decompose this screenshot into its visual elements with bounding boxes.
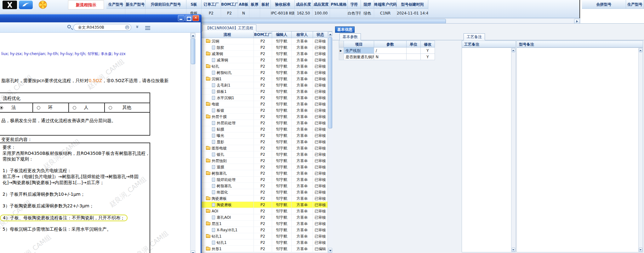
process-row[interactable]: 镀孔P2邹宇航方喜幸已审核 <box>201 151 328 158</box>
process-row[interactable]: 曝光P2邹宇航方喜幸已审核 <box>201 132 328 139</box>
column-header[interactable]: 流程 <box>201 31 254 38</box>
app-logo-x-icon[interactable] <box>3 1 17 9</box>
document-vertical-scrollbar[interactable] <box>190 33 196 253</box>
column-header[interactable]: 板厚 <box>249 0 260 9</box>
list-view-icon[interactable] <box>145 26 150 27</box>
column-header[interactable]: PNL规格 <box>330 0 348 9</box>
column-header[interactable]: 成品长度 <box>295 0 312 9</box>
process-row[interactable]: 烘板1P2邹宇航方喜幸已审核 <box>201 88 328 95</box>
process-row[interactable]: 外层蚀刻P2邹宇航方喜幸已审核 <box>201 158 328 164</box>
column-header[interactable]: BOM工厂 <box>254 31 272 38</box>
scroll-down-icon[interactable] <box>328 248 332 253</box>
process-row[interactable]: 树脂塞孔P2邹宇航方喜幸已审核 <box>201 170 328 177</box>
process-row[interactable]: 除胶P2邹宇航方喜幸已审核 <box>201 44 328 51</box>
process-row[interactable]: 板镀P2邹宇航方喜幸已审核 <box>201 107 328 114</box>
process-row[interactable]: 沉铜P2邹宇航方喜幸已审核 <box>201 38 328 44</box>
column-header[interactable]: 终端客户代码 <box>374 0 397 9</box>
process-row[interactable]: 钻孔1P2邹宇航方喜幸已审核 <box>201 233 328 239</box>
bird-app-icon[interactable] <box>19 1 33 9</box>
process-row[interactable]: 陶瓷磨板P2邹宇航方喜幸已审核 <box>201 202 328 208</box>
column-header[interactable]: 参数 <box>374 41 407 48</box>
param-row[interactable]: 是否测量通孔铜厚NY <box>339 54 435 60</box>
column-header[interactable]: 项目 <box>344 41 374 48</box>
window-titlebar[interactable] <box>0 14 202 22</box>
column-header[interactable]: S板 <box>186 0 202 9</box>
column-header[interactable]: 订单工厂 <box>202 0 221 9</box>
notes-vertical-scrollbar[interactable] <box>511 48 516 252</box>
double-chevron-down-icon[interactable]: » <box>136 24 142 30</box>
clear-search-icon[interactable] <box>125 25 129 30</box>
notes-vertical-scrollbar[interactable] <box>638 48 643 252</box>
radio-option[interactable]: 环 <box>33 103 69 112</box>
scroll-down-icon[interactable] <box>191 250 195 253</box>
column-header[interactable]: 编辑人 <box>272 31 292 38</box>
scroll-up-icon[interactable] <box>328 32 332 37</box>
column-header[interactable]: 核审人 <box>292 31 313 38</box>
column-header[interactable]: 型号创建时间 <box>397 0 428 9</box>
radio-icon[interactable] <box>109 106 112 110</box>
column-header[interactable]: BOM工厂 <box>221 0 238 9</box>
column-header[interactable]: 单位 <box>407 41 421 48</box>
process-row[interactable]: 电镀P2邹宇航方喜幸已审核 <box>201 101 328 107</box>
column-header[interactable]: 阻焊 <box>361 0 374 9</box>
process-row[interactable]: AOIP2邹宇航方喜幸已审核 <box>201 208 328 214</box>
process-row[interactable]: 层压1P2邹宇航方喜幸已审核 <box>201 221 328 227</box>
new-flow-indicator[interactable]: 新流程指示 <box>68 0 104 9</box>
column-header[interactable]: 修改 <box>421 41 435 48</box>
column-header[interactable]: AB板 <box>238 0 249 9</box>
shell-app-icon[interactable] <box>35 1 50 9</box>
param-row[interactable]: ▶生产线别/Y <box>339 48 435 54</box>
close-button[interactable] <box>192 15 199 21</box>
column-header[interactable]: 板材 <box>260 0 271 9</box>
process-row[interactable]: 终固化P2邹宇航方喜幸已审核 <box>201 189 328 195</box>
process-row[interactable]: 水平沉铜1P2邹宇航方喜幸已审核 <box>201 95 328 101</box>
column-header[interactable]: 状态 <box>313 31 328 38</box>
scroll-up-icon[interactable] <box>191 33 195 38</box>
column-header[interactable]: 生产型号 <box>626 0 644 9</box>
scroll-up-icon[interactable] <box>512 48 515 52</box>
radio-option[interactable]: 人 <box>69 103 105 112</box>
radio-option[interactable]: 其他 <box>105 103 150 112</box>
column-header[interactable]: 升级前旧生产型号 <box>145 0 186 9</box>
process-vertical-scrollbar[interactable] <box>328 31 333 253</box>
scroll-down-icon[interactable] <box>512 248 515 252</box>
process-row[interactable]: 外层干膜P2邹宇航方喜幸已审核 <box>201 114 328 120</box>
radio-icon[interactable] <box>0 106 3 110</box>
tab-basic-params[interactable]: 基本参数 <box>339 33 361 40</box>
process-row[interactable]: 塞孔AOIP2邹宇航方喜幸已审核 <box>201 214 328 221</box>
param-value-cell[interactable]: N <box>374 54 407 60</box>
scroll-up-icon[interactable] <box>639 48 642 52</box>
scrollbar-thumb[interactable] <box>328 37 332 128</box>
tab-process-flow[interactable]: 【8C1NR003A0】工艺流程 <box>202 25 256 31</box>
process-row[interactable]: 外形1P2邹宇航方喜幸已编辑 <box>201 246 328 252</box>
maximize-button[interactable] <box>185 15 192 21</box>
process-row[interactable]: 陶瓷磨板P2邹宇航方喜幸已审核 <box>201 195 328 202</box>
process-row[interactable]: 外层前处理P2邹宇航方喜幸已审核 <box>201 120 328 126</box>
process-row[interactable]: 减薄铜P2邹宇航方喜幸已审核 <box>201 57 328 63</box>
column-header[interactable]: 合拼型号 <box>582 0 626 9</box>
column-header[interactable]: 新生产型号 <box>125 0 145 9</box>
recipient-links[interactable]: liux; hy-zsx; hy-chenjian; hy-tlh; hy-li… <box>1 52 126 56</box>
process-row[interactable]: 图形电镀P2邹宇航方喜幸已审核 <box>201 145 328 151</box>
process-row[interactable]: X-Ray冲孔1P2邹宇航方喜幸已审核 <box>201 227 328 233</box>
column-header[interactable]: 生产型号 <box>106 0 125 9</box>
process-row[interactable]: 树脂塞孔P2邹宇航方喜幸已审核 <box>201 183 328 189</box>
radio-icon[interactable] <box>73 106 76 110</box>
radio-option[interactable]: 法 <box>0 103 33 112</box>
column-header[interactable]: 字符 <box>348 0 361 9</box>
process-row[interactable]: 退膜P2邹宇航方喜幸已审核 <box>201 164 328 170</box>
param-value-cell[interactable]: / <box>374 48 407 54</box>
process-row[interactable]: 树脂钻孔P2邹宇航方喜幸已审核 <box>201 70 328 76</box>
process-row[interactable]: 显影P2邹宇航方喜幸已审核 <box>201 139 328 145</box>
scroll-right-icon[interactable] <box>574 19 580 24</box>
column-header[interactable]: 验收标准 <box>271 0 295 9</box>
process-row[interactable]: 减薄铜P2邹宇航方喜幸已审核 <box>201 51 328 57</box>
model-notes-pane[interactable] <box>516 48 643 252</box>
search-input[interactable]: 全文:R04350B <box>73 24 131 31</box>
minimize-button[interactable] <box>178 15 185 21</box>
radio-icon[interactable] <box>37 106 40 110</box>
process-row[interactable]: 沉铜1P2邹宇航方喜幸已审核 <box>201 76 328 82</box>
process-notes-pane[interactable] <box>462 48 516 252</box>
process-row[interactable]: 钻孔P2邹宇航方喜幸已审核 <box>201 63 328 70</box>
process-row[interactable]: 阻焊前处理P2邹宇航方喜幸已审核 <box>201 177 328 183</box>
